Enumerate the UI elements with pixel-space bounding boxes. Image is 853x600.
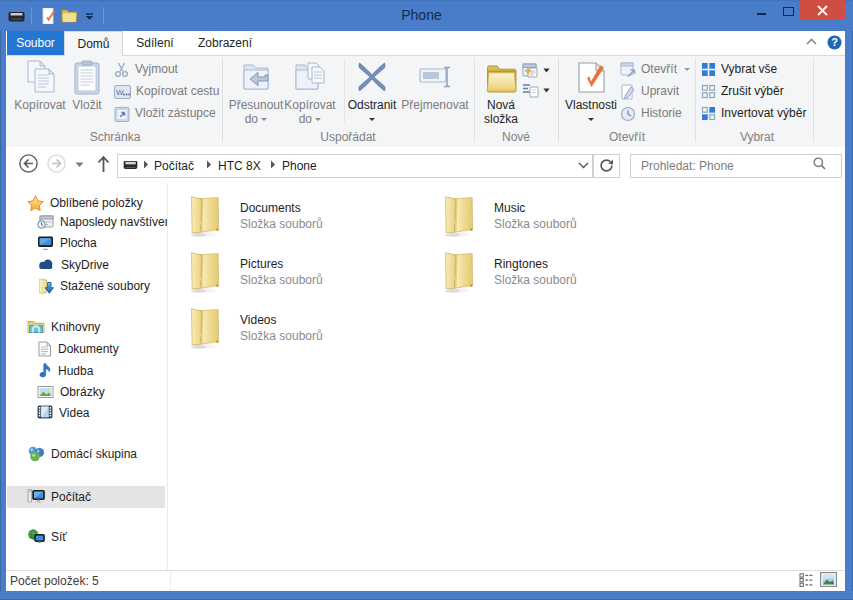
svg-text:?: ? [831, 36, 838, 48]
svg-text:W: W [116, 88, 124, 97]
